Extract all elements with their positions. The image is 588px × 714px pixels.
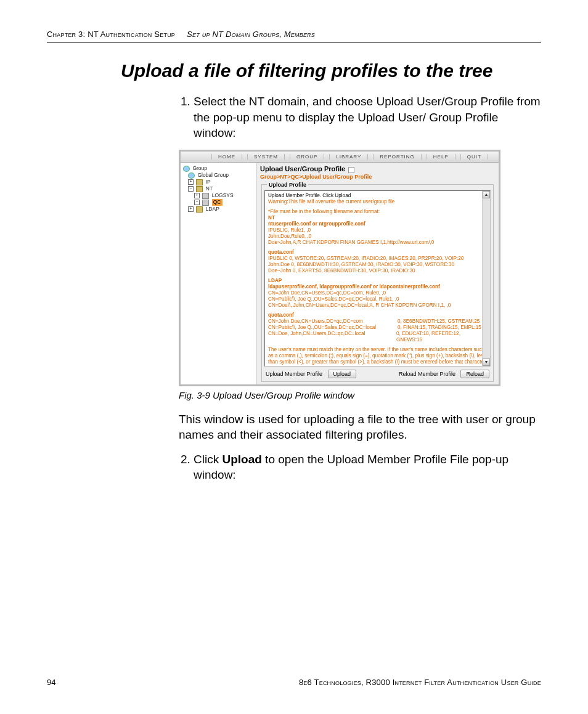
tree-selected-label: QC [212,199,223,206]
expand-icon[interactable]: + [194,193,200,198]
msg-name-note: The user's name must match the entry on … [268,347,487,365]
chapter-label: Chapter 3: NT Authentication Setup [47,30,175,39]
page-heading: Upload a file of filtering profiles to t… [121,60,541,81]
tree-item-globalgroup[interactable]: Global Group [183,172,253,179]
msg-ldap-2: CN=Public\\, Joe Q.,OU=Sales,DC=qc,DC=lo… [268,296,487,302]
collapse-icon[interactable]: − [194,200,200,205]
msg-warning: Warning:This file will overwrite the cur… [268,199,487,205]
menu-quit[interactable]: QUIT [460,154,488,160]
msg-nt-head: NT [268,215,487,221]
tree-item-qc[interactable]: − QC [183,199,253,206]
msg-ldap-file: ldapuserprofile.conf, ldapgroupprofile.c… [268,284,487,290]
msg-ldap-1: CN=John Doe,CN=Users,DC=qc,DC=com, Rule0… [268,290,487,296]
msg-instruction: Upload Member Profile. Click Upload [268,193,487,199]
upload-profile-legend: Upload Profile [267,182,308,188]
tree-item-logsys[interactable]: + LOGSYS [183,192,253,199]
tree-root-label: Group [192,165,207,171]
msg-ldap-3: CN=Doe\\, John,CN=Users,DC=qc,DC=local,A… [268,302,487,309]
upload-profile-screenshot: HOME SYSTEM GROUP LIBRARY REPORTING HELP… [179,150,500,386]
book-title: 8e6 Technologies, R3000 Internet Filter … [299,678,541,687]
tree-root[interactable]: Group [183,165,253,172]
step-1-text: Select the NT domain, and choose Upload … [194,95,541,139]
figure-caption: Fig. 3-9 Upload User/Group Profile windo… [179,390,541,400]
section-label: Set up NT Domain Groups, Members [187,30,315,39]
folder-icon [196,186,203,192]
step-1: Select the NT domain, and choose Upload … [194,94,541,141]
page-number: 94 [47,678,55,687]
tree-item-ldap[interactable]: + LDAP [183,206,253,213]
scroll-up-icon[interactable]: ▲ [483,191,490,198]
folder-icon [196,206,203,213]
domain-icon [202,200,209,206]
reload-button[interactable]: Reload [460,370,489,378]
msg-nt-ex1: IPUBLIC, Rule1, ,0 [268,227,487,233]
breadcrumb: Group>NT>QC>Upload User/Group Profile [260,174,495,180]
profile-format-textbox[interactable]: Upload Member Profile. Click Upload Warn… [264,190,491,367]
menu-help[interactable]: HELP [427,154,455,160]
msg-quota-2: John.Doe 0, 8E6BNDWDTH:30, GSTREAM:30, I… [268,262,487,268]
msg-quota-3: Doe~John 0, EXART:50, 8E6BNDWDTH:30, VOI… [268,268,487,274]
globe-icon [188,172,195,179]
upload-button[interactable]: Upload [328,370,357,378]
menu-system[interactable]: SYSTEM [247,154,285,160]
running-header: Chapter 3: NT Authentication Setup Set u… [47,30,541,43]
scroll-down-icon[interactable]: ▼ [483,359,490,366]
panel-title: Upload User/Group Profile [260,165,345,172]
folder-icon [196,179,203,185]
reload-label: Reload Member Profile [399,371,455,377]
collapse-icon[interactable]: − [188,186,194,192]
menu-home[interactable]: HOME [211,154,242,160]
after-figure-text: This window is used for uploading a file… [179,412,541,443]
navigation-tree[interactable]: Group Global Group + IP − NT [181,163,256,384]
tree-item-nt[interactable]: − NT [183,185,253,192]
upload-label: Upload Member Profile [266,371,322,377]
msg-quota2-row3: CN=Doe, John,CN=Users,DC=qc,DC=local 0, … [268,331,487,343]
panel-button-row: Upload Member Profile Upload Reload Memb… [264,367,491,379]
msg-format-note: *File must be in the following filename … [268,209,487,215]
msg-quota-1: IPUBLIC 0, WSTORE:20, GSTREAM:20, IRADIO… [268,256,487,262]
menu-group[interactable]: GROUP [290,154,324,160]
msg-ldap-head: LDAP [268,278,487,284]
scrollbar[interactable] [482,191,490,366]
msg-nt-ex3: Doe~John,A,R CHAT KDPORN FINAN GGAMES I,… [268,240,487,246]
msg-quota2-row2: CN=Public\\, Joe Q.,OU=Sales,DC=qc,DC=lo… [268,325,487,331]
upload-profile-panel: Upload Profile Upload Member Profile. Cl… [261,182,494,382]
msg-nt-file: ntuserprofile.conf or ntgroupprofile.con… [268,221,487,227]
step-2-bold: Upload [222,453,261,466]
app-menubar: HOME SYSTEM GROUP LIBRARY REPORTING HELP… [181,152,499,163]
msg-nt-ex2: John.Doe,Rule0, ,0 [268,233,487,240]
page-footer: 94 8e6 Technologies, R3000 Internet Filt… [47,678,541,687]
menu-reporting[interactable]: REPORTING [373,154,421,160]
menu-library[interactable]: LIBRARY [329,154,368,160]
expand-icon[interactable]: + [188,206,194,212]
step-2-pre: Click [194,453,222,466]
expand-icon[interactable]: + [188,179,194,185]
msg-quota2-row1: CN=John Doe,CN=Users,DC=qc,DC=com 0, 8E6… [268,318,487,325]
msg-quota2-head: quota.conf [268,312,487,318]
panel-title-box-icon [348,167,354,173]
group-icon [183,166,190,172]
domain-icon [202,193,209,199]
tree-item-ip[interactable]: + IP [183,179,253,185]
msg-quota-head: quota.conf [268,249,487,256]
main-panel: Upload User/Group Profile Group>NT>QC>Up… [256,163,499,384]
step-2: Click Upload to open the Upload Member P… [194,452,541,483]
